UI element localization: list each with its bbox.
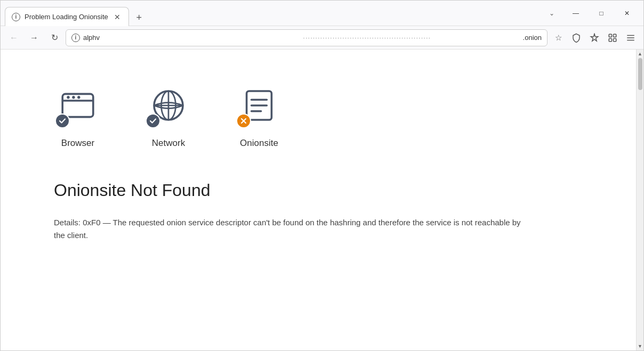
tab-title: Problem Loading Onionsite [25,13,108,21]
tab-info-icon: i [12,13,20,21]
svg-rect-3 [614,38,616,41]
svg-point-10 [72,96,75,99]
nav-actions: ☆ [550,29,639,46]
svg-rect-0 [609,34,611,37]
address-middle: ········································… [303,34,519,42]
address-suffix: .onion [523,34,542,42]
active-tab[interactable]: i Problem Loading Onionsite ✕ [5,7,129,26]
svg-point-11 [77,96,80,99]
address-info-icon: i [71,34,80,42]
page-main: Browser [1,50,636,350]
title-bar: i Problem Loading Onionsite ✕ + ⌄ — □ ✕ [1,1,643,26]
maximize-button[interactable]: □ [589,5,614,22]
minimize-button[interactable]: — [564,5,588,22]
browser-label: Browser [61,138,94,149]
menu-button[interactable] [622,29,639,46]
error-details: Details: 0xF0 — The requested onion serv… [54,216,534,242]
status-icons-row: Browser [54,71,583,149]
error-section: Onionsite Not Found Details: 0xF0 — The … [54,181,583,242]
bookmark-button[interactable]: ☆ [550,29,567,46]
onionsite-status-item: Onionsite [235,81,283,149]
page-content: Browser [1,50,643,350]
error-title: Onionsite Not Found [54,181,583,200]
refresh-button[interactable]: ↻ [45,29,63,47]
scroll-up-arrow[interactable]: ▲ [637,50,644,58]
extensions-button[interactable] [604,29,621,46]
shield-button[interactable] [568,29,585,46]
network-icon-wrapper [144,81,192,129]
scroll-down-arrow[interactable]: ▼ [637,342,644,350]
browser-status-item: Browser [54,81,102,149]
tab-dropdown-button[interactable]: ⌄ [542,1,561,26]
svg-rect-2 [609,38,611,41]
address-bar[interactable]: i alphv ································… [66,29,548,46]
scroll-thumb[interactable] [638,58,642,90]
network-label: Network [152,138,185,149]
close-button[interactable]: ✕ [615,5,639,22]
back-button[interactable]: ← [5,29,23,47]
svg-point-9 [67,96,69,99]
browser-window: i Problem Loading Onionsite ✕ + ⌄ — □ ✕ … [0,0,644,351]
tab-close-button[interactable]: ✕ [112,12,122,22]
network-status-item: Network [144,81,192,149]
magic-button[interactable] [586,29,603,46]
new-tab-button[interactable]: + [131,10,147,26]
scrollbar[interactable]: ▲ ▼ [636,50,643,350]
onionsite-icon-wrapper [235,81,283,129]
window-controls: — □ ✕ [564,5,639,22]
svg-rect-1 [614,34,616,37]
nav-bar: ← → ↻ i alphv ··························… [1,26,643,50]
browser-icon-wrapper [54,81,102,129]
network-status-badge [146,113,160,128]
onionsite-status-badge [236,113,251,128]
onionsite-label: Onionsite [240,138,278,149]
scroll-track[interactable] [637,58,643,342]
browser-status-badge [55,113,70,128]
address-prefix: alphv [83,34,300,42]
tab-bar: i Problem Loading Onionsite ✕ + [5,1,540,26]
forward-button[interactable]: → [25,29,43,47]
